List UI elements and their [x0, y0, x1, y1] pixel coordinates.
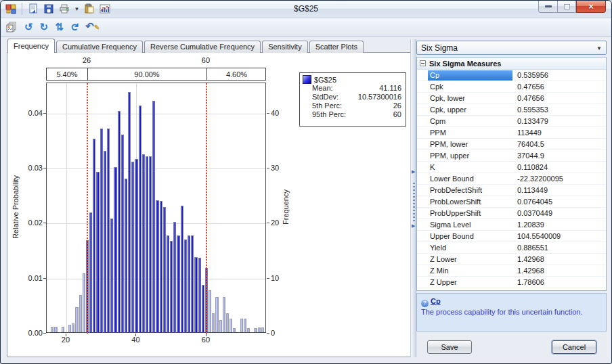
tab-reverse-cumulative-frequency[interactable]: Reverse Cumulative Frequency: [144, 41, 261, 53]
left-axis-tick-label: 0.02: [22, 219, 43, 227]
measure-row-z-lower[interactable]: Z Lower1.42968: [417, 254, 606, 265]
histogram-bar: [194, 257, 197, 332]
histogram-bar: [131, 162, 134, 332]
measure-row-ppm[interactable]: PPM113449: [417, 127, 606, 139]
measure-row-sigma-level[interactable]: Sigma Level1.20839: [417, 219, 606, 231]
series-swatch: [303, 75, 311, 84]
undo-edit-icon[interactable]: ↶✎: [85, 21, 100, 33]
x-axis-tick-label: 60: [202, 336, 210, 344]
chart-icon[interactable]: [99, 3, 111, 15]
report-icon[interactable]: [27, 3, 39, 15]
histogram-bar: [107, 129, 110, 332]
rotate-right-icon[interactable]: ↻: [40, 22, 49, 32]
measure-row-k[interactable]: K0.110824: [417, 162, 606, 173]
histogram-bar: [181, 206, 183, 332]
histogram-bar: [62, 327, 64, 332]
histogram-bar: [104, 151, 106, 332]
tab-cumulative-frequency[interactable]: Cumulative Frequency: [56, 41, 143, 53]
measure-row-cp[interactable]: Cp0.535956: [417, 70, 606, 81]
percentile-band-right-pct: 4.60%: [206, 68, 267, 80]
histogram-bar: [184, 240, 187, 332]
percentile-delimiter-lower[interactable]: [87, 83, 88, 334]
measure-value: 0.886551: [517, 242, 606, 253]
histogram-bar: [170, 241, 173, 332]
measure-row-probdefectshift[interactable]: ProbDefectShift0.113449: [417, 185, 606, 196]
measure-row-cpk[interactable]: Cpk0.47656: [417, 81, 606, 93]
panel-splitter[interactable]: ▶ ▶: [410, 39, 416, 357]
histogram-bar: [156, 200, 158, 332]
print-dropdown-arrow[interactable]: ▼: [74, 6, 80, 12]
histogram-bar: [163, 207, 166, 332]
measure-value: 1.42968: [517, 254, 606, 265]
left-axis-tick-label: 0.04: [22, 109, 43, 117]
measure-row-cpk-upper[interactable]: Cpk, upper0.595353: [417, 104, 606, 116]
window-tile-icon[interactable]: [5, 3, 17, 15]
legend-stat-row: 5th Perc:26: [303, 101, 401, 110]
histogram-plot: [46, 83, 266, 333]
rotate-left-icon[interactable]: ↺: [24, 22, 33, 32]
tab-frequency[interactable]: Frequency: [7, 39, 55, 53]
measure-row-yield[interactable]: Yield0.886551: [417, 242, 606, 254]
right-axis-tick-label: 40: [271, 109, 279, 117]
graph-toolbar: ↺ ↻ ⇅ ↻ ↶✎: [1, 18, 611, 37]
measure-row-z-min[interactable]: Z Min1.42968: [417, 265, 606, 277]
measure-row-problowershift[interactable]: ProbLowerShift0.0764045: [417, 196, 606, 208]
measure-value: 0.47656: [517, 81, 606, 92]
primary-toolbar: ▼: [5, 3, 111, 15]
chart-legend: $G$25 Mean:41.116StdDev:10.573000165th P…: [299, 72, 406, 127]
paste-icon[interactable]: [83, 3, 95, 15]
collapse-arrow-icon[interactable]: ▶: [412, 223, 415, 229]
legend-stat-row: 95th Perc:60: [303, 110, 401, 119]
vertical-gridline: [66, 83, 67, 332]
percentile-value-lower: 26: [83, 56, 91, 64]
close-button[interactable]: ×: [576, 1, 606, 13]
left-axis-tick: [43, 223, 46, 223]
measure-value: 0.113449: [517, 185, 606, 196]
measure-row-z-upper[interactable]: Z Upper1.78606: [417, 277, 606, 288]
minimize-button[interactable]: [538, 1, 558, 13]
measure-row-cpk-lower[interactable]: Cpk, lower0.47656: [417, 93, 606, 104]
save-button[interactable]: Save: [427, 340, 472, 354]
collapse-arrow-icon[interactable]: ▶: [412, 169, 415, 175]
percentile-band: 5.40%90.00%4.60%: [46, 68, 266, 81]
six-sigma-measures-table: Six Sigma Measures Cp0.535956Cpk0.47656C…: [416, 57, 607, 291]
histogram-bar: [146, 156, 148, 332]
measures-rows: Cp0.535956Cpk0.47656Cpk, lower0.47656Cpk…: [417, 70, 606, 288]
percentile-delimiter-upper[interactable]: [206, 83, 207, 334]
measure-row-lower-bound[interactable]: Lower Bound-22.32200095: [417, 173, 606, 185]
measure-row-ppm-lower[interactable]: PPM, lower76404.5: [417, 139, 606, 150]
maximize-button[interactable]: [558, 1, 576, 13]
print-icon[interactable]: [58, 3, 70, 15]
view-select-dropdown[interactable]: Six Sigma ▼: [416, 41, 607, 55]
rotate-clockwise-icon[interactable]: ↻: [69, 23, 80, 32]
collapse-expander-icon[interactable]: [420, 60, 426, 66]
tab-sensitivity[interactable]: Sensitivity: [262, 41, 308, 53]
splitter-grip[interactable]: [413, 183, 415, 222]
left-axis-title: Relative Probability: [12, 163, 20, 251]
measure-row-ppm-upper[interactable]: PPM, upper37044.9: [417, 150, 606, 162]
measure-value: 1.78606: [517, 277, 606, 288]
measure-value: 104.5540009: [517, 231, 606, 242]
help-icon[interactable]: ?: [421, 300, 429, 307]
cancel-button[interactable]: Cancel: [552, 340, 596, 354]
histogram-bar: [142, 154, 145, 332]
chevron-down-icon: ▼: [596, 45, 602, 51]
measure-value: 0.535956: [517, 70, 606, 81]
measure-row-probuppershift[interactable]: ProbUpperShift0.0370449: [417, 208, 606, 219]
left-axis-tick-label: 0.01: [22, 274, 43, 282]
description-term-link[interactable]: Cp: [431, 297, 441, 305]
measures-section-header[interactable]: Six Sigma Measures: [417, 58, 606, 70]
histogram-bar: [215, 297, 218, 332]
measure-row-cpm[interactable]: Cpm0.133479: [417, 116, 606, 127]
copy-picture-icon[interactable]: [5, 21, 18, 33]
histogram-bar: [54, 327, 57, 332]
measure-value: 1.20839: [517, 219, 606, 230]
left-axis-tick: [43, 333, 46, 334]
x-axis-tick-label: 20: [62, 336, 70, 344]
save-icon[interactable]: [43, 3, 55, 15]
histogram-bar: [118, 111, 121, 332]
histogram-bar: [110, 219, 113, 332]
tab-scatter-plots[interactable]: Scatter Plots: [309, 41, 364, 53]
measure-row-upper-bound[interactable]: Upper Bound104.5540009: [417, 231, 606, 242]
flip-vertical-icon[interactable]: ⇅: [55, 22, 64, 32]
